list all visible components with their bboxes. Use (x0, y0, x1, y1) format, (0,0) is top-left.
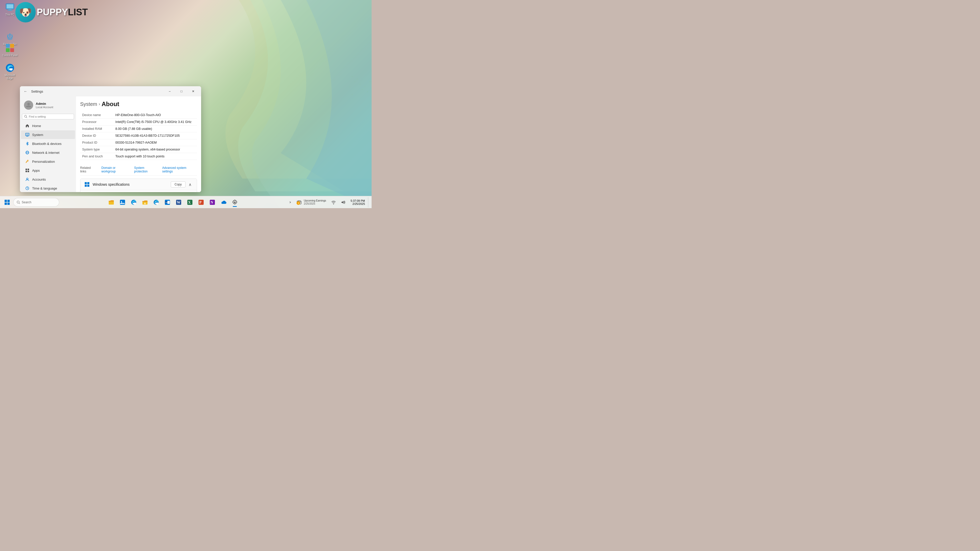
settings-search-input[interactable] (29, 115, 72, 118)
desktop-icon-controlpanel-label: Control Panel (2, 54, 18, 57)
taskbar-app-onedrive[interactable] (218, 197, 229, 207)
svg-rect-47 (7, 200, 10, 202)
related-link-domain[interactable]: Domain or workgroup (101, 166, 130, 173)
specs-title: Windows specifications (93, 183, 171, 186)
minimize-button[interactable]: – (164, 87, 176, 95)
copy-button[interactable]: Copy (171, 181, 186, 187)
svg-point-21 (24, 115, 27, 118)
svg-text:P: P (199, 200, 202, 204)
settings-search-icon (24, 115, 27, 118)
taskbar-app-outlook[interactable]: Aa (162, 197, 172, 207)
svg-text:Aa: Aa (165, 202, 168, 203)
breadcrumb-system[interactable]: System (80, 101, 97, 107)
taskbar-app-explorer[interactable] (106, 197, 116, 207)
svg-point-50 (17, 201, 19, 203)
earnings-date: 2/25/2025 (304, 202, 315, 205)
system-clock[interactable]: 5:37:09 PM 2/25/2025 (348, 199, 367, 206)
sidebar-item-time[interactable]: Time & language (21, 184, 75, 192)
sidebar-item-system[interactable]: System (21, 130, 75, 139)
info-label-productid: Product ID (82, 141, 115, 144)
taskbar-app-edge2[interactable] (151, 197, 161, 207)
sidebar-item-system-label: System (32, 133, 43, 137)
svg-rect-49 (7, 203, 10, 205)
show-desktop-button[interactable] (368, 197, 369, 207)
related-link-advanced[interactable]: Advanced system settings (162, 166, 197, 173)
taskbar: Search (0, 196, 372, 208)
volume-tray[interactable] (339, 199, 348, 206)
avatar (24, 100, 33, 110)
clock-date: 2/25/2025 (352, 202, 365, 205)
svg-text:N: N (210, 200, 213, 204)
earnings-widget[interactable]: 1 Upcoming Earnings 2/25/2025 (294, 198, 328, 206)
close-button[interactable]: ✕ (187, 87, 199, 95)
desktop-icon-edge-label: Microsoft Edge (2, 74, 18, 80)
personalization-icon (25, 159, 30, 164)
system-tray-expand[interactable] (287, 200, 293, 205)
window-controls: – □ ✕ (164, 87, 199, 95)
sidebar-item-home[interactable]: Home (21, 121, 75, 130)
sidebar-item-apps[interactable]: Apps (21, 166, 75, 175)
desktop-icon-controlpanel[interactable]: Control Panel (1, 42, 19, 58)
info-row-ram: Installed RAM 8.00 GB (7.88 GB usable) (80, 125, 197, 132)
wifi-tray[interactable] (329, 199, 338, 206)
sidebar-item-network[interactable]: Network & internet (21, 148, 75, 157)
settings-search-box[interactable] (22, 114, 74, 119)
accounts-icon (25, 177, 30, 182)
earnings-badge: 1 (297, 201, 300, 205)
taskbar-app-onenote[interactable]: N (207, 197, 218, 207)
taskbar-app-excel[interactable]: X (185, 197, 195, 207)
info-row-productid: Product ID 00330-51314-79927-AAOEM (80, 139, 197, 146)
sidebar-item-personalization[interactable]: Personalization (21, 157, 75, 166)
home-icon (25, 124, 30, 128)
windows-specs-section: Windows specifications Copy ∧ Edition Wi… (80, 179, 197, 192)
taskbar-app-settings[interactable] (230, 197, 240, 207)
taskbar-app-powerpoint[interactable]: P (196, 197, 206, 207)
sidebar-item-bluetooth[interactable]: Bluetooth & devices (21, 139, 75, 148)
svg-text:X: X (188, 200, 191, 204)
svg-line-41 (27, 188, 28, 189)
info-value-ram: 8.00 GB (7.88 GB usable) (115, 127, 195, 130)
svg-point-9 (352, 94, 353, 95)
time-icon (25, 186, 30, 191)
nav-back-button[interactable]: ← (22, 88, 29, 95)
svg-point-20 (27, 103, 30, 105)
taskbar-search-label: Search (22, 200, 32, 204)
taskbar-search-icon (17, 200, 20, 204)
svg-rect-18 (10, 48, 14, 52)
svg-rect-43 (87, 182, 89, 184)
svg-point-1 (354, 81, 355, 82)
svg-line-22 (26, 117, 27, 118)
svg-text:W: W (177, 200, 180, 204)
taskbar-app-edge[interactable] (129, 197, 139, 207)
svg-rect-42 (85, 182, 87, 184)
sidebar-item-accounts[interactable]: Accounts (21, 175, 75, 184)
info-label-systemtype: System type (82, 148, 115, 151)
sidebar-item-accounts-label: Accounts (32, 178, 46, 181)
start-button[interactable] (2, 197, 12, 207)
svg-rect-12 (8, 9, 11, 10)
info-row-deviceid: Device ID 5E327590-A10B-41A3-BB7D-171172… (80, 132, 197, 139)
sidebar-item-home-label: Home (32, 124, 41, 128)
taskbar-app-photos[interactable] (118, 197, 127, 207)
specs-collapse-button[interactable]: ∧ (187, 181, 193, 187)
maximize-button[interactable]: □ (176, 87, 187, 95)
svg-rect-35 (27, 168, 29, 170)
taskbar-app-word[interactable]: W (173, 197, 184, 207)
desktop: 🐶 PUPPY LIST This PC Recycl (0, 0, 372, 208)
info-label-pentouch: Pen and touch (82, 155, 115, 158)
svg-point-2 (357, 79, 358, 79)
window-title: Settings (31, 89, 43, 94)
svg-point-75 (333, 203, 334, 204)
desktop-icon-edge[interactable]: Microsoft Edge (1, 62, 19, 81)
related-link-protection[interactable]: System protection (134, 166, 158, 173)
puppylist-logo: 🐶 PUPPY LIST (15, 2, 88, 22)
settings-window: ← Settings – □ ✕ (20, 86, 201, 192)
svg-point-38 (27, 178, 28, 179)
taskbar-app-downloads[interactable] (140, 197, 150, 207)
info-label-devicename: Device name (82, 113, 115, 117)
taskbar-search[interactable]: Search (13, 198, 59, 206)
svg-rect-16 (10, 44, 14, 48)
specs-header: Windows specifications Copy ∧ (80, 179, 197, 190)
breadcrumb-about: About (102, 100, 119, 108)
desktop-icon-thispc[interactable]: This PC (1, 1, 19, 17)
